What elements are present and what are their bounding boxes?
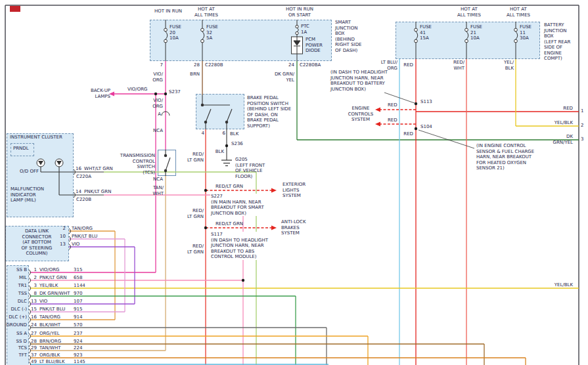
dlc-pin-13: 13	[60, 242, 66, 247]
dlc-pin-2: 2	[63, 226, 66, 232]
s104-note: (IN ENGINE CONTROL SENSOR & FUEL CHARGE …	[476, 143, 535, 171]
pcm-row-circuit: 1144	[74, 283, 85, 289]
s117-note: S117 (IN DASH TO HEADLIGHT JUNCTION HARN…	[210, 232, 269, 260]
wire-label-pnk-lt-grn: PNK/LT GRN	[84, 189, 111, 195]
pcm-row-circuit: 914	[74, 314, 82, 320]
dlc-pin-10: 10	[60, 234, 66, 240]
wire-label-red-lt-grn-2: RED/ LT GRN	[187, 208, 204, 219]
wire-label-vio-org-2: VIO/ ORG	[152, 98, 163, 109]
cluster-pin-14: 14	[76, 189, 81, 195]
wire-red	[416, 59, 579, 365]
pcm-row-circuit: 315	[74, 267, 82, 273]
pcm-row-circuit: 224	[74, 345, 82, 351]
pcm-row-pin: 3	[34, 283, 37, 289]
pcm-row-circuit: 658	[74, 275, 82, 281]
sjb-pin-7: 7	[160, 62, 163, 68]
sjb-fuse-symbols	[164, 20, 303, 61]
pcm-row-circuit: 570	[74, 322, 82, 328]
power-label-hot-at-all-times-2: HOT AT ALL TIMES	[457, 7, 481, 18]
cluster-lamp-icons	[37, 159, 63, 167]
pcm-row-wire: PNK/LT BLU	[39, 307, 65, 312]
dlc-name: DATA LINK CONNECTOR (AT BOTTOM OF STEERI…	[22, 228, 53, 257]
pcm-row-pin: 49	[31, 359, 37, 365]
pcm-row-wire: DK GRN/WHT	[39, 291, 70, 297]
pcm-row-label: GROUND	[6, 322, 27, 328]
pcm-row-circuit: 970	[74, 291, 82, 297]
fuse-21-label: FUSE 21 10A	[470, 24, 482, 41]
pcm-row-wire: ORG/YEL	[39, 331, 60, 337]
sjb-pin-28: 28	[194, 62, 200, 68]
fuse-32-label: FUSE 32 5A	[206, 24, 218, 41]
pcm-row-wire: PNK/LT GRN	[39, 275, 66, 281]
edge-wire-dk-grn-yel: DK GRN/YEL	[553, 134, 573, 145]
pcm-row-wire: ORG/BLK	[39, 353, 60, 358]
smart-junction-box-name: SMART JUNCTION BOX (BEHIND RIGHT SIDE OF…	[335, 20, 361, 53]
wire-label-tan-wht: TAN/ WHT	[153, 185, 164, 196]
pcm-row-wire: VIO/ORG	[39, 267, 60, 273]
pcm-row-pin: 29	[31, 345, 37, 351]
pcm-row-wire: BRN/ORG	[39, 339, 61, 345]
prndl-label: PRNDL	[13, 146, 29, 152]
pcm-row-wire: VIO	[39, 299, 47, 305]
edge-wire-yel-blk-2: YEL/BLK	[554, 282, 573, 288]
splice-s113-label: S113	[420, 99, 432, 105]
pcm-row-circuit: 923	[74, 353, 82, 358]
pcm-row-pin: 2	[34, 275, 37, 281]
edge-pin-2: 2	[581, 123, 583, 129]
dlc-wire-tan-org: TAN/ORG	[72, 226, 93, 232]
dlc-wire-pnk-lt-blu: PNK/LT BLU	[72, 234, 97, 240]
brake-pin-4: 4	[202, 131, 204, 137]
wire-label-blk-2: BLK	[215, 149, 224, 155]
pcm-row-pin: 8	[34, 291, 37, 297]
power-label-hot-in-run: HOT IN RUN	[154, 9, 182, 14]
pcm-row-label: SS D	[16, 339, 27, 345]
pcm-row-pin: 28	[31, 339, 37, 345]
pcm-power-diode-label: PCM POWER DIODE	[305, 37, 323, 54]
pcm-row-circuit: 1145	[74, 359, 85, 365]
wire-label-red-top: RED	[403, 62, 413, 68]
edge-pin-3: 3	[581, 137, 583, 142]
pcm-row-label: SS B	[16, 267, 27, 273]
connector-c220b: C220B	[76, 197, 91, 203]
ground-g205-label: G205 (LEFT FRONT OF VEHICLE FLOOR)	[235, 157, 265, 179]
pcm-row-circuit: 237	[74, 331, 82, 337]
instrument-cluster-name: INSTRUMENT CLUSTER	[10, 135, 62, 140]
wire-label-yel-blk: YEL/ BLK	[504, 60, 514, 71]
pcm-row-pin: 15	[31, 307, 37, 312]
wire-label-red-lt-grn-3: RED/ LT GRN	[187, 244, 204, 255]
brake-switch-name: BRAKE PEDAL POSITION SWITCH (BEHIND LEFT…	[247, 95, 291, 129]
connector-c2280b: C2280B	[205, 62, 223, 68]
pcm-row-wire: TAN/WHT	[39, 345, 61, 351]
pcm-row-label: TSS	[18, 291, 27, 297]
wire-label-blk-1: BLK	[230, 131, 238, 137]
fuse-41-label: FUSE 41 15A	[420, 24, 432, 41]
engine-red-label-1: RED	[388, 102, 397, 108]
wire-label-brn: BRN	[190, 72, 200, 77]
pcm-row-label: TR1	[18, 283, 27, 289]
connector-c2280ba: C2280BA	[300, 62, 321, 68]
pcm-row-circuit: 107	[74, 299, 82, 305]
ground-symbol	[221, 160, 232, 166]
connector-pin-a: A	[158, 112, 161, 118]
pcm-row-circuit: 915	[74, 307, 82, 312]
pcm-row-label: DLC (+)	[9, 314, 27, 320]
fuse-11-label: FUSE 11 30A	[520, 24, 531, 41]
s227-wire-label: RED/LT GRN	[215, 184, 243, 190]
pcm-row-label: MIL	[19, 275, 27, 281]
splice-s236-label: S236	[231, 141, 243, 147]
wire-label-wht-lt-grn: WHT/LT GRN	[84, 166, 113, 172]
wire-label-red-wht: RED/ WHT	[453, 60, 464, 71]
fuse-20-label: FUSE 20 10A	[170, 24, 181, 41]
cluster-pin-16: 16	[76, 166, 81, 172]
edge-wire-red: RED	[563, 106, 573, 112]
brake-pin-6: 6	[223, 131, 225, 137]
pcm-row-label: DLC (-)	[11, 307, 27, 312]
wire-label-vio-org: VIO/ ORG	[152, 72, 163, 83]
pcm-row-wire: TAN/ORG	[39, 314, 60, 320]
wiring-diagram: HOT IN RUN HOT AT ALL TIMES HOT IN RUN O…	[0, 0, 588, 365]
engine-red-label-3: RED	[403, 131, 413, 137]
engine-red-label-2: RED	[388, 118, 397, 123]
page-marker	[10, 6, 20, 12]
pcm-row-wire: LT BLU/BLK	[39, 359, 65, 365]
power-label-hot-at-all-times-3: HOT AT ALL TIMES	[507, 7, 530, 18]
